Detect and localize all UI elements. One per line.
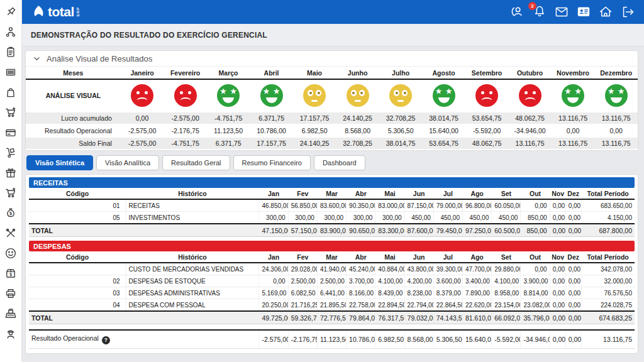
- historico-cell: DESPESAS ADMINISTRATIVAS: [126, 287, 259, 299]
- value-cell: 4.100,00: [492, 275, 521, 287]
- detail-row[interactable]: CUSTO DE MERCADORIAS VENDIDAS24.306,0029…: [29, 263, 635, 275]
- value-cell: 6.082,50: [288, 287, 317, 299]
- month-header: Maio: [293, 67, 336, 79]
- value-cell: 40.884,00: [375, 263, 404, 275]
- value-cell: 8.166,00: [347, 287, 375, 299]
- value-cell: 4.200,00: [404, 275, 433, 287]
- value-cell: 48.062,75: [465, 137, 509, 150]
- value-cell: 21.895,50: [317, 299, 346, 312]
- value-cell: 0,00: [565, 299, 581, 312]
- total-header: Total Período: [581, 251, 635, 263]
- month-header: Fev: [288, 251, 317, 263]
- shopping-cart-icon[interactable]: [4, 106, 17, 119]
- total-value-cell: 35.796,00: [521, 311, 550, 324]
- total-value-cell: 57.150,00: [288, 224, 317, 237]
- printer-icon[interactable]: [4, 287, 17, 300]
- total-value-cell: 97.250,00: [462, 224, 491, 237]
- receitas-band-title: RECEITAS: [33, 179, 68, 187]
- barcode-icon[interactable]: [4, 66, 17, 79]
- month-header: Ago: [462, 251, 491, 263]
- tab-resultado-geral[interactable]: Resultado Geral: [162, 155, 230, 170]
- help-icon[interactable]: ?: [102, 336, 110, 344]
- pin-icon[interactable]: [4, 6, 17, 18]
- value-cell: 47.700,00: [462, 263, 491, 275]
- value-cell: 10.786,00: [250, 124, 293, 137]
- tab-visao-analitica[interactable]: Visão Analítica: [96, 155, 159, 170]
- visual-data-row: Resultado Operacional-2.575,00-2.176,751…: [26, 124, 638, 137]
- logo-sub-erp: ERP: [76, 7, 80, 16]
- month-header: Jul: [433, 188, 462, 199]
- value-cell: 83.000,00: [375, 199, 404, 212]
- notifications-bell-icon[interactable]: 2: [532, 4, 547, 19]
- tab-visao-sintetica[interactable]: Visão Sintética: [26, 155, 93, 170]
- row-label: Resultado Operacional: [26, 124, 121, 137]
- month-header: Mai: [375, 188, 404, 199]
- value-cell: 53.654,75: [422, 137, 465, 150]
- value-cell: 5.306,50: [379, 124, 423, 137]
- worker-icon[interactable]: [4, 327, 17, 340]
- star-face-icon: ★★: [605, 84, 628, 107]
- cash-register-icon[interactable]: [4, 307, 17, 320]
- detail-row[interactable]: 01RECEITAS46.850,0056.850,0083.600,0090.…: [29, 199, 635, 212]
- codigo-cell: 04: [29, 299, 126, 312]
- main-content: Análise Visual de Resultados MesesJaneir…: [22, 47, 644, 362]
- shopping-bag-icon[interactable]: [4, 86, 17, 99]
- sad-face-icon: [475, 84, 498, 107]
- star-face-icon: ★★: [260, 84, 283, 107]
- value-cell: 3.900,00: [521, 275, 550, 287]
- month-header: Dez: [565, 251, 581, 263]
- star-face-icon: ★★: [433, 84, 455, 107]
- month-header: Fev: [288, 188, 317, 199]
- month-header: Agosto: [422, 67, 465, 79]
- value-cell: 22.758,00: [347, 299, 375, 312]
- value-cell: 300,00: [288, 212, 317, 224]
- month-header: Out: [521, 251, 550, 263]
- month-header: Nov: [550, 251, 565, 263]
- cash-box-icon[interactable]: $: [4, 267, 17, 280]
- support-agent-icon[interactable]: [510, 4, 525, 19]
- detail-row[interactable]: 03DESPESAS ADMINISTRATIVAS5.169,006.082,…: [29, 287, 635, 299]
- visual-analysis-section-header[interactable]: Análise Visual de Resultados: [26, 51, 638, 67]
- detail-row[interactable]: 02DESPESAS DE ESTOQUE0,002.500,002.500,0…: [29, 275, 635, 287]
- mail-envelope-icon[interactable]: [554, 4, 569, 19]
- notification-badge: 2: [528, 2, 536, 10]
- app-logo[interactable]: total ERP: [31, 4, 80, 20]
- value-cell: -34.946,00: [508, 124, 552, 137]
- detail-row[interactable]: 05INVESTIMENTOS300,00300,00300,00300,003…: [29, 212, 635, 224]
- value-cell: 450,00: [492, 212, 521, 224]
- detail-header-row: CódigoHistóricoJanFevMarAbrMaiJunJulAgoS…: [29, 251, 635, 263]
- home-icon[interactable]: [598, 4, 613, 19]
- value-cell: 56.850,00: [288, 199, 317, 212]
- org-person-icon[interactable]: [4, 26, 17, 38]
- tab-dashboard[interactable]: Dashboard: [314, 155, 365, 170]
- detail-row[interactable]: 04DESPESA COM PESSOAL20.250,0021.716,252…: [29, 299, 635, 312]
- value-cell: -2.176,75: [164, 124, 207, 137]
- value-cell: -4.751,75: [207, 112, 250, 124]
- value-cell: 300,00: [375, 212, 404, 224]
- logout-icon[interactable]: [620, 4, 635, 19]
- month-header: Jun: [404, 188, 433, 199]
- despesas-section: DESPESAS CódigoHistóricoJanFevMarAbrMaiJ…: [29, 241, 635, 324]
- value-cell: 6.371,75: [207, 137, 250, 150]
- credit-card-icon[interactable]: [4, 126, 17, 139]
- cart-add-icon[interactable]: [4, 187, 17, 199]
- money-bag-icon[interactable]: $: [4, 207, 17, 219]
- contact-card-icon[interactable]: [576, 4, 591, 19]
- value-cell: 8.439,00: [375, 287, 404, 299]
- tools-icon[interactable]: [4, 227, 17, 239]
- value-cell: 90.350,00: [347, 199, 375, 212]
- clipboard-icon[interactable]: [4, 46, 17, 58]
- historico-header: Histórico: [126, 251, 259, 263]
- smiley-icon[interactable]: [4, 247, 17, 260]
- value-cell: 8.379,00: [433, 287, 462, 299]
- value-cell: 60.050,00: [492, 199, 521, 212]
- hand-truck-icon[interactable]: [4, 146, 17, 159]
- value-cell: 17.157,75: [250, 137, 293, 150]
- receitas-section: RECEITAS CódigoHistóricoJanFevMarAbrMaiJ…: [29, 177, 635, 237]
- total-value-cell: 60.500,00: [492, 224, 521, 237]
- total-value-cell: 79.864,00: [347, 311, 375, 324]
- value-cell: 17.157,75: [293, 112, 336, 124]
- gift-box-icon[interactable]: [4, 167, 17, 179]
- tab-resumo-financeiro[interactable]: Resumo Financeiro: [233, 155, 311, 170]
- value-cell: 83.600,00: [317, 199, 346, 212]
